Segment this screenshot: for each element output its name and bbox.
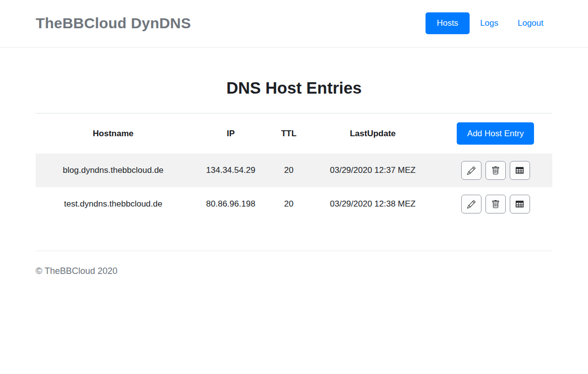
- last-update-cell: 03/29/2020 12:37 MEZ: [307, 154, 439, 187]
- main-content: DNS Host Entries Hostname IP TTL LastUpd…: [36, 79, 552, 296]
- host-records-button[interactable]: [510, 195, 530, 214]
- delete-host-button[interactable]: [485, 195, 506, 214]
- main-nav: Hosts Logs Logout: [424, 12, 552, 34]
- row-action-group: [461, 161, 530, 180]
- hosts-table-wrap: Hostname IP TTL LastUpdate Add Host Entr…: [36, 113, 552, 221]
- trash-icon: [491, 200, 500, 209]
- ip-cell: 134.34.54.29: [191, 154, 271, 187]
- column-header-last-update: LastUpdate: [307, 113, 439, 154]
- trash-icon: [491, 166, 500, 175]
- delete-host-button[interactable]: [485, 161, 506, 180]
- table-header-row: Hostname IP TTL LastUpdate Add Host Entr…: [36, 113, 552, 154]
- table-row: test.dyndns.thebbcloud.de 80.86.96.198 2…: [36, 187, 552, 221]
- column-header-ttl: TTL: [271, 113, 307, 154]
- page-title: DNS Host Entries: [36, 79, 552, 98]
- nav-item-hosts[interactable]: Hosts: [426, 12, 470, 34]
- column-header-ip: IP: [191, 113, 271, 154]
- edit-host-button[interactable]: [461, 161, 481, 180]
- add-host-entry-button[interactable]: Add Host Entry: [457, 122, 534, 145]
- ip-cell: 80.86.96.198: [191, 187, 271, 221]
- column-header-actions: Add Host Entry: [439, 113, 553, 154]
- table-row: blog.dyndns.thebbcloud.de 134.34.54.29 2…: [36, 154, 552, 187]
- actions-cell: [439, 187, 553, 221]
- brand-title: TheBBCloud DynDNS: [36, 15, 191, 32]
- hostname-cell: test.dyndns.thebbcloud.de: [36, 187, 191, 221]
- hostname-cell: blog.dyndns.thebbcloud.de: [36, 154, 191, 187]
- ttl-cell: 20: [271, 154, 307, 187]
- nav-item-logout[interactable]: Logout: [509, 12, 552, 34]
- table-icon: [515, 200, 524, 209]
- edit-host-button[interactable]: [461, 195, 481, 214]
- copyright-text: © TheBBCloud 2020: [36, 266, 117, 276]
- pencil-icon: [467, 166, 476, 175]
- ttl-cell: 20: [271, 187, 307, 221]
- host-records-button[interactable]: [510, 161, 530, 180]
- row-action-group: [461, 195, 530, 214]
- actions-cell: [439, 154, 553, 187]
- site-footer: © TheBBCloud 2020: [36, 251, 552, 296]
- site-header: TheBBCloud DynDNS Hosts Logs Logout: [0, 0, 588, 48]
- column-header-hostname: Hostname: [36, 113, 191, 154]
- table-icon: [515, 166, 524, 175]
- last-update-cell: 03/29/2020 12:38 MEZ: [307, 187, 439, 221]
- nav-item-logs[interactable]: Logs: [471, 12, 507, 34]
- hosts-table: Hostname IP TTL LastUpdate Add Host Entr…: [36, 113, 552, 221]
- pencil-icon: [467, 200, 476, 209]
